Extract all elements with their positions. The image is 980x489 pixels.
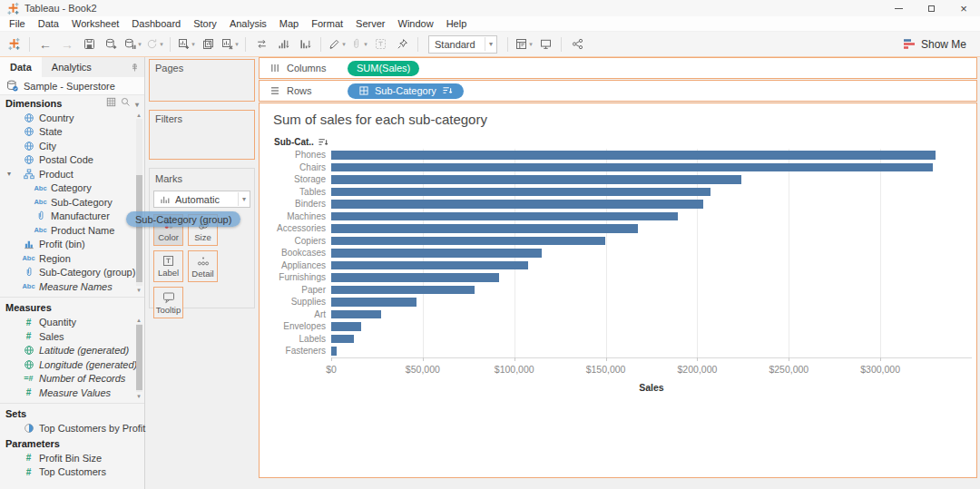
field-sub-category[interactable]: AbcSub-Category [0,195,144,210]
bar-binders[interactable] [331,200,703,209]
save-button[interactable] [79,34,99,54]
menu-format[interactable]: Format [305,18,349,29]
back-button[interactable]: ← [35,34,55,54]
dragged-pill-sub-category-group[interactable]: Sub-Category (group) [126,211,240,227]
menu-server[interactable]: Server [349,18,391,29]
pill-sum-sales[interactable]: SUM(Sales) [348,61,419,76]
columns-shelf[interactable]: Columns SUM(Sales) [259,57,977,79]
field-country[interactable]: Country [0,111,144,125]
field-manufacturer[interactable]: Manufacturer [0,210,144,224]
rows-shelf[interactable]: Rows Sub-Category [259,80,977,102]
close-button[interactable]: × [947,0,980,16]
add-datasource-button[interactable] [101,34,121,54]
set-top-customers-by-profit[interactable]: Top Customers by Profit [0,422,144,436]
sort-ascending-button[interactable] [273,34,293,54]
detail-mark-button[interactable]: Detail [188,250,218,282]
bar-supplies[interactable] [331,298,416,307]
clear-sheet-button[interactable]: ▾ [220,34,240,54]
pages-shelf[interactable]: Pages [149,59,255,102]
tooltip-mark-button[interactable]: Tooltip [153,287,183,318]
menu-dashboard[interactable]: Dashboard [125,18,187,29]
scrollbar-track[interactable] [136,119,142,286]
bar-envelopes[interactable] [331,322,361,331]
pane-pin-icon[interactable] [130,57,144,77]
scrollbar[interactable]: ▴ ▾ [134,111,143,294]
scroll-down-icon[interactable]: ▾ [137,286,141,294]
tab-data[interactable]: Data [0,57,42,77]
parameter-profit-bin-size[interactable]: #Profit Bin Size [0,451,144,465]
pause-updates-button[interactable]: ▾ [122,34,142,54]
bar-machines[interactable] [331,212,678,221]
field-quantity[interactable]: #Quantity [0,316,144,330]
fix-axes-button[interactable] [392,34,412,54]
bar-storage[interactable] [331,175,741,184]
expander-caret-icon[interactable]: ▾ [7,170,11,178]
menu-map[interactable]: Map [273,18,305,29]
parameter-top-customers[interactable]: #Top Customers [0,465,144,480]
bar-copiers[interactable] [331,237,605,246]
bar-art[interactable] [331,310,381,319]
filters-shelf[interactable]: Filters [149,110,255,160]
pane-menu-icon[interactable]: ▾ [135,98,139,109]
field-postal-code[interactable]: Postal Code [0,153,144,168]
new-worksheet-button[interactable]: ▾ [176,34,196,54]
mark-type-selector[interactable]: Automatic ▾ [153,191,250,208]
minimize-button[interactable] [882,0,915,16]
tableau-home-button[interactable] [4,34,24,54]
field-state[interactable]: State [0,125,144,140]
group-members-button[interactable]: ▾ [348,34,368,54]
bar-appliances[interactable] [331,261,528,270]
menu-analysis[interactable]: Analysis [223,18,273,29]
scrollbar-thumb[interactable] [136,175,142,281]
field-city[interactable]: City [0,139,144,153]
field-product-name[interactable]: AbcProduct Name [0,223,144,238]
field-profit-bin[interactable]: Profit (bin) [0,238,144,252]
bar-bookcases[interactable] [331,249,542,258]
show-mark-labels-button[interactable] [370,34,390,54]
field-number-of-records[interactable]: =#Number of Records [0,372,144,386]
field-measure-values[interactable]: #Measure Values [0,386,144,400]
forward-button[interactable]: → [57,34,77,54]
field-sales[interactable]: #Sales [0,329,144,344]
scroll-up-icon[interactable]: ▴ [137,111,141,119]
view-as-grid-icon[interactable] [106,97,116,109]
scroll-up-icon[interactable]: ▴ [137,316,141,324]
bar-paper[interactable] [331,286,475,295]
field-latitude-generated[interactable]: Latitude (generated) [0,344,144,358]
pill-sub-category[interactable]: Sub-Category [348,83,464,99]
scrollbar-thumb[interactable] [136,325,142,390]
menu-story[interactable]: Story [187,18,223,29]
restore-button[interactable] [915,0,947,16]
presentation-mode-button[interactable] [535,34,555,54]
share-workbook-button[interactable] [567,34,587,54]
menu-file[interactable]: File [3,18,32,29]
bar-tables[interactable] [331,188,710,197]
duplicate-sheet-button[interactable] [198,34,218,54]
refresh-button[interactable]: ▾ [144,34,164,54]
bar-accessories[interactable] [331,224,638,233]
menu-window[interactable]: Window [392,18,440,29]
find-field-icon[interactable] [121,97,131,109]
row-field-header[interactable]: Sub-Cat.. [274,137,330,147]
field-product[interactable]: ▾Product [0,167,144,181]
bar-chairs[interactable] [331,163,933,172]
bar-phones[interactable] [331,151,936,160]
tab-analytics[interactable]: Analytics [42,57,102,77]
menu-worksheet[interactable]: Worksheet [65,18,125,29]
field-region[interactable]: AbcRegion [0,251,144,266]
field-sub-category-group[interactable]: Sub-Category (group) [0,266,144,280]
scroll-down-icon[interactable]: ▾ [137,392,141,400]
bar-fasteners[interactable] [331,347,337,356]
swap-rows-columns-button[interactable] [251,34,271,54]
bar-furnishings[interactable] [331,273,499,282]
scrollbar-track[interactable] [136,324,142,392]
highlight-button[interactable]: ▾ [327,34,347,54]
show-hide-cards-button[interactable]: ▾ [514,34,534,54]
data-source-connection[interactable]: Sample - Superstore [0,77,144,95]
sheet-title[interactable]: Sum of sales for each sub-category [273,112,487,127]
sort-descending-button[interactable] [295,34,315,54]
menu-help[interactable]: Help [440,18,474,29]
field-longitude-generated[interactable]: Longitude (generated) [0,357,144,372]
field-measure-names[interactable]: AbcMeasure Names [0,279,144,294]
show-me-button[interactable]: Show Me [903,38,966,51]
